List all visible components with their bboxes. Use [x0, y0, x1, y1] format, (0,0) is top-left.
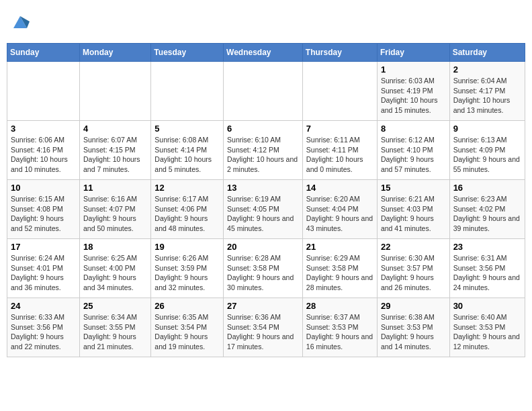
calendar-cell: 23Sunrise: 6:31 AM Sunset: 3:56 PM Dayli… — [449, 239, 525, 298]
day-number: 23 — [453, 242, 521, 252]
day-info: Sunrise: 6:30 AM Sunset: 3:57 PM Dayligh… — [381, 253, 446, 293]
day-info: Sunrise: 6:08 AM Sunset: 4:14 PM Dayligh… — [154, 135, 220, 175]
day-info: Sunrise: 6:10 AM Sunset: 4:12 PM Dayligh… — [227, 135, 299, 175]
day-info: Sunrise: 6:31 AM Sunset: 3:56 PM Dayligh… — [453, 253, 521, 293]
calendar-cell — [79, 62, 150, 121]
calendar-cell: 6Sunrise: 6:10 AM Sunset: 4:12 PM Daylig… — [224, 121, 303, 180]
day-number: 24 — [11, 301, 76, 311]
day-number: 4 — [83, 124, 147, 134]
day-number: 8 — [381, 124, 446, 134]
day-number: 28 — [306, 301, 373, 311]
calendar-week-4: 17Sunrise: 6:24 AM Sunset: 4:01 PM Dayli… — [7, 239, 525, 298]
day-info: Sunrise: 6:20 AM Sunset: 4:04 PM Dayligh… — [306, 194, 373, 234]
calendar-cell: 19Sunrise: 6:26 AM Sunset: 3:59 PM Dayli… — [151, 239, 224, 298]
calendar-cell: 28Sunrise: 6:37 AM Sunset: 3:53 PM Dayli… — [302, 298, 377, 357]
col-header-sunday: Sunday — [7, 44, 80, 62]
day-info: Sunrise: 6:36 AM Sunset: 3:54 PM Dayligh… — [227, 312, 299, 352]
day-info: Sunrise: 6:07 AM Sunset: 4:15 PM Dayligh… — [83, 135, 147, 175]
day-info: Sunrise: 6:28 AM Sunset: 3:58 PM Dayligh… — [227, 253, 299, 293]
col-header-monday: Monday — [79, 44, 150, 62]
day-number: 17 — [11, 242, 76, 252]
calendar-cell: 15Sunrise: 6:21 AM Sunset: 4:03 PM Dayli… — [377, 180, 449, 239]
calendar-cell: 7Sunrise: 6:11 AM Sunset: 4:11 PM Daylig… — [302, 121, 377, 180]
day-info: Sunrise: 6:37 AM Sunset: 3:53 PM Dayligh… — [306, 312, 373, 352]
day-info: Sunrise: 6:16 AM Sunset: 4:07 PM Dayligh… — [83, 194, 147, 234]
calendar-week-2: 3Sunrise: 6:06 AM Sunset: 4:16 PM Daylig… — [7, 121, 525, 180]
calendar-header-row: SundayMondayTuesdayWednesdayThursdayFrid… — [7, 44, 525, 62]
day-number: 12 — [154, 183, 220, 193]
calendar-cell: 11Sunrise: 6:16 AM Sunset: 4:07 PM Dayli… — [79, 180, 150, 239]
col-header-friday: Friday — [377, 44, 449, 62]
calendar-table: SundayMondayTuesdayWednesdayThursdayFrid… — [7, 43, 525, 357]
logo-icon — [11, 12, 30, 31]
day-info: Sunrise: 6:33 AM Sunset: 3:56 PM Dayligh… — [11, 312, 76, 352]
calendar-cell: 21Sunrise: 6:29 AM Sunset: 3:58 PM Dayli… — [302, 239, 377, 298]
page-header — [7, 7, 525, 36]
calendar-cell: 18Sunrise: 6:25 AM Sunset: 4:00 PM Dayli… — [79, 239, 150, 298]
col-header-tuesday: Tuesday — [151, 44, 224, 62]
day-info: Sunrise: 6:35 AM Sunset: 3:54 PM Dayligh… — [154, 312, 220, 352]
col-header-wednesday: Wednesday — [224, 44, 303, 62]
calendar-cell: 22Sunrise: 6:30 AM Sunset: 3:57 PM Dayli… — [377, 239, 449, 298]
day-info: Sunrise: 6:38 AM Sunset: 3:53 PM Dayligh… — [381, 312, 446, 352]
day-info: Sunrise: 6:03 AM Sunset: 4:19 PM Dayligh… — [381, 76, 446, 116]
day-info: Sunrise: 6:19 AM Sunset: 4:05 PM Dayligh… — [227, 194, 299, 234]
day-info: Sunrise: 6:23 AM Sunset: 4:02 PM Dayligh… — [453, 194, 521, 234]
day-info: Sunrise: 6:13 AM Sunset: 4:09 PM Dayligh… — [453, 135, 521, 175]
calendar-cell — [302, 62, 377, 121]
calendar-cell: 3Sunrise: 6:06 AM Sunset: 4:16 PM Daylig… — [7, 121, 80, 180]
logo — [9, 12, 30, 31]
day-info: Sunrise: 6:40 AM Sunset: 3:53 PM Dayligh… — [453, 312, 521, 352]
day-info: Sunrise: 6:04 AM Sunset: 4:17 PM Dayligh… — [453, 76, 521, 116]
day-number: 11 — [83, 183, 147, 193]
day-number: 15 — [381, 183, 446, 193]
day-number: 7 — [306, 124, 373, 134]
day-info: Sunrise: 6:26 AM Sunset: 3:59 PM Dayligh… — [154, 253, 220, 293]
calendar-cell — [224, 62, 303, 121]
day-number: 20 — [227, 242, 299, 252]
calendar-cell — [151, 62, 224, 121]
col-header-saturday: Saturday — [449, 44, 525, 62]
col-header-thursday: Thursday — [302, 44, 377, 62]
calendar-week-1: 1Sunrise: 6:03 AM Sunset: 4:19 PM Daylig… — [7, 62, 525, 121]
calendar-cell: 29Sunrise: 6:38 AM Sunset: 3:53 PM Dayli… — [377, 298, 449, 357]
calendar-cell: 26Sunrise: 6:35 AM Sunset: 3:54 PM Dayli… — [151, 298, 224, 357]
calendar-cell: 16Sunrise: 6:23 AM Sunset: 4:02 PM Dayli… — [449, 180, 525, 239]
day-info: Sunrise: 6:12 AM Sunset: 4:10 PM Dayligh… — [381, 135, 446, 175]
calendar-cell — [7, 62, 80, 121]
day-number: 6 — [227, 124, 299, 134]
day-number: 27 — [227, 301, 299, 311]
calendar-cell: 20Sunrise: 6:28 AM Sunset: 3:58 PM Dayli… — [224, 239, 303, 298]
calendar-cell: 12Sunrise: 6:17 AM Sunset: 4:06 PM Dayli… — [151, 180, 224, 239]
day-number: 14 — [306, 183, 373, 193]
calendar-cell: 24Sunrise: 6:33 AM Sunset: 3:56 PM Dayli… — [7, 298, 80, 357]
day-info: Sunrise: 6:25 AM Sunset: 4:00 PM Dayligh… — [83, 253, 147, 293]
calendar-cell: 4Sunrise: 6:07 AM Sunset: 4:15 PM Daylig… — [79, 121, 150, 180]
day-info: Sunrise: 6:11 AM Sunset: 4:11 PM Dayligh… — [306, 135, 373, 175]
day-number: 10 — [11, 183, 76, 193]
day-number: 1 — [381, 64, 446, 75]
calendar-cell: 17Sunrise: 6:24 AM Sunset: 4:01 PM Dayli… — [7, 239, 80, 298]
calendar-cell: 14Sunrise: 6:20 AM Sunset: 4:04 PM Dayli… — [302, 180, 377, 239]
day-number: 25 — [83, 301, 147, 311]
calendar-cell: 10Sunrise: 6:15 AM Sunset: 4:08 PM Dayli… — [7, 180, 80, 239]
calendar-cell: 5Sunrise: 6:08 AM Sunset: 4:14 PM Daylig… — [151, 121, 224, 180]
day-number: 13 — [227, 183, 299, 193]
day-number: 16 — [453, 183, 521, 193]
day-info: Sunrise: 6:17 AM Sunset: 4:06 PM Dayligh… — [154, 194, 220, 234]
calendar-cell: 13Sunrise: 6:19 AM Sunset: 4:05 PM Dayli… — [224, 180, 303, 239]
day-info: Sunrise: 6:24 AM Sunset: 4:01 PM Dayligh… — [11, 253, 76, 293]
day-number: 26 — [154, 301, 220, 311]
day-number: 18 — [83, 242, 147, 252]
day-info: Sunrise: 6:15 AM Sunset: 4:08 PM Dayligh… — [11, 194, 76, 234]
calendar-cell: 27Sunrise: 6:36 AM Sunset: 3:54 PM Dayli… — [224, 298, 303, 357]
day-number: 22 — [381, 242, 446, 252]
day-number: 9 — [453, 124, 521, 134]
calendar-cell: 30Sunrise: 6:40 AM Sunset: 3:53 PM Dayli… — [449, 298, 525, 357]
calendar-cell: 25Sunrise: 6:34 AM Sunset: 3:55 PM Dayli… — [79, 298, 150, 357]
day-number: 3 — [11, 124, 76, 134]
day-info: Sunrise: 6:06 AM Sunset: 4:16 PM Dayligh… — [11, 135, 76, 175]
day-info: Sunrise: 6:29 AM Sunset: 3:58 PM Dayligh… — [306, 253, 373, 293]
calendar-cell: 2Sunrise: 6:04 AM Sunset: 4:17 PM Daylig… — [449, 62, 525, 121]
day-info: Sunrise: 6:34 AM Sunset: 3:55 PM Dayligh… — [83, 312, 147, 352]
